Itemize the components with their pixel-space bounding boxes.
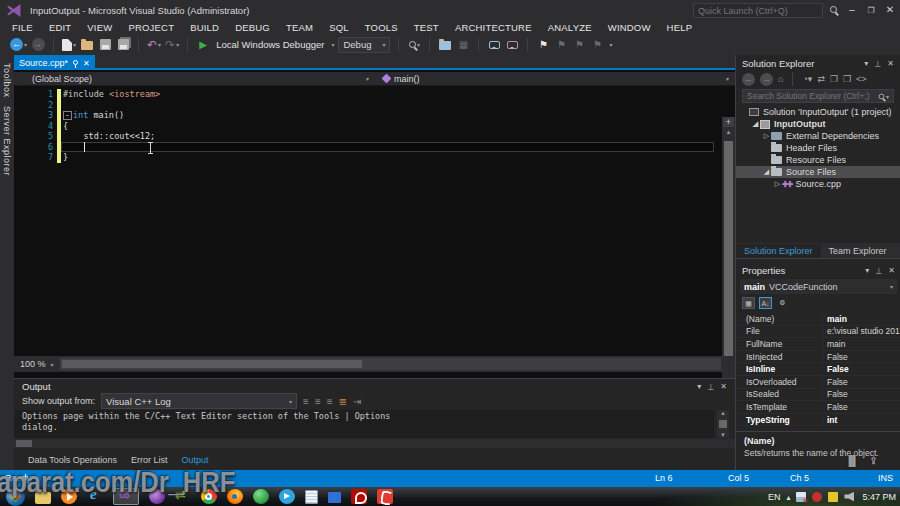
code-line-5[interactable]: 5 std::cout<<12; — [14, 131, 714, 142]
code-line-body[interactable]: std::cout<<12; — [61, 131, 714, 142]
property-value[interactable]: False — [822, 389, 900, 399]
property-row[interactable]: IsInjectedFalse — [736, 351, 900, 364]
side-tab-toolbox[interactable]: Toolbox — [2, 63, 12, 98]
code-line-body[interactable]: #include <iostream> — [61, 89, 714, 100]
taskbar-adobe-reader-icon[interactable] — [351, 489, 367, 504]
home-icon[interactable]: ⌂ — [778, 74, 783, 84]
selected-object-dropdown[interactable]: main VCCodeFunction ▾ — [740, 279, 897, 294]
find-in-files-button[interactable]: ▾ — [407, 37, 421, 53]
tree-item-resource-files[interactable]: Resource Files — [736, 154, 900, 166]
properties-window-icon[interactable]: ❐ — [830, 74, 838, 84]
taskbar-blue-app-icon[interactable] — [328, 492, 341, 503]
menu-edit[interactable]: EDIT — [41, 22, 79, 33]
property-row[interactable]: (Name)main — [736, 313, 900, 326]
debugger-target-label[interactable]: Local Windows Debugger — [216, 39, 324, 50]
code-line-6[interactable]: 6 — [14, 142, 714, 153]
view-code-icon[interactable]: <> — [856, 74, 867, 84]
solution-search-box[interactable]: ▾ — [742, 89, 894, 103]
tree-item-inputoutput[interactable]: ◢InputOutput — [736, 118, 900, 130]
categorized-view-icon[interactable]: ▦ — [742, 297, 755, 309]
action-center-flag-icon[interactable] — [796, 492, 806, 502]
output-source-dropdown[interactable]: Visual C++ Log▾ — [101, 393, 297, 409]
horizontal-scrollbar[interactable] — [60, 358, 721, 370]
menu-test[interactable]: TEST — [406, 22, 447, 33]
close-icon[interactable] — [887, 59, 894, 68]
code-line-1[interactable]: 1#include <iostream> — [14, 89, 714, 100]
taskbar-green-app-icon[interactable] — [253, 489, 269, 504]
property-row[interactable]: IsInlineFalse — [736, 363, 900, 376]
start-debugging-button[interactable] — [196, 37, 210, 53]
scrollbar-thumb[interactable] — [724, 141, 733, 371]
property-value[interactable]: False — [822, 352, 900, 362]
tray-expand-icon[interactable] — [786, 492, 790, 502]
code-line-body[interactable]: } — [61, 152, 714, 163]
close-icon[interactable] — [720, 382, 727, 391]
property-row[interactable]: IsSealedFalse — [736, 389, 900, 402]
panel-tab-solution-explorer[interactable]: Solution Explorer — [736, 244, 821, 258]
save-all-button[interactable] — [116, 37, 130, 53]
tree-item-header-files[interactable]: Header Files — [736, 142, 900, 154]
save-button[interactable] — [98, 37, 112, 53]
restore-button[interactable] — [862, 2, 880, 18]
sync-with-active-document-icon[interactable]: ⇄ — [817, 74, 825, 84]
toggle-word-wrap-icon[interactable]: ⇥ — [353, 396, 361, 407]
navigate-back-button[interactable]: ▾ — [10, 37, 27, 53]
property-row[interactable]: FullNamemain — [736, 338, 900, 351]
minimize-button[interactable] — [843, 2, 861, 18]
scope-dropdown[interactable]: (Global Scope) ▾ — [14, 72, 375, 85]
taskbar-notepad-icon[interactable] — [305, 490, 318, 504]
close-icon[interactable] — [888, 266, 895, 275]
tree-item-solution-inputoutput-1-project[interactable]: Solution 'InputOutput' (1 project) — [736, 106, 900, 118]
scrollbar-thumb[interactable] — [16, 440, 32, 447]
window-position-icon[interactable] — [697, 382, 701, 391]
pin-icon[interactable] — [707, 382, 714, 391]
property-row[interactable]: Filee:\visual studio 2012\ — [736, 326, 900, 339]
menu-help[interactable]: HELP — [659, 22, 701, 33]
property-row[interactable]: IsOverloadedFalse — [736, 376, 900, 389]
chevron-down-icon[interactable]: ▾ — [331, 41, 334, 48]
tree-item-external-dependencies[interactable]: ▷External Dependencies — [736, 130, 900, 142]
collapsed-arrow-icon[interactable]: ▷ — [773, 180, 782, 188]
property-value[interactable]: False — [822, 364, 900, 374]
code-line-body[interactable] — [61, 100, 714, 111]
attach-to-process-button[interactable] — [438, 37, 452, 53]
menu-project[interactable]: PROJECT — [120, 22, 182, 33]
scrollbar-thumb[interactable] — [719, 420, 727, 428]
split-editor-handle[interactable] — [723, 117, 734, 127]
member-dropdown[interactable]: main() ▾ — [375, 72, 735, 85]
taskbar-telegram-icon[interactable] — [279, 489, 295, 504]
menu-sql[interactable]: SQL — [321, 22, 357, 33]
menu-debug[interactable]: DEBUG — [227, 22, 278, 33]
remove-comment-button[interactable] — [505, 37, 519, 53]
pin-icon[interactable] — [874, 59, 881, 68]
redo-button[interactable]: ▾ — [165, 37, 179, 53]
menu-file[interactable]: FILE — [4, 22, 41, 33]
search-icon[interactable] — [830, 6, 837, 13]
add-comment-button[interactable] — [487, 37, 501, 53]
tree-item-source-cpp[interactable]: ▷Source.cpp — [736, 178, 900, 190]
menu-analyze[interactable]: ANALYZE — [540, 22, 600, 33]
code-line-body[interactable]: -int main() — [61, 110, 714, 121]
taskbar-red-app-icon[interactable] — [377, 489, 393, 504]
property-row[interactable]: IsTemplateFalse — [736, 401, 900, 414]
scroll-up-icon[interactable]: ▲ — [717, 410, 729, 416]
solution-configuration-dropdown[interactable]: Debug▾ — [338, 37, 390, 53]
panel-tab-output[interactable]: Output — [175, 453, 214, 467]
clear-all-icon[interactable]: ≣ — [339, 396, 347, 407]
code-line-4[interactable]: 4{ — [14, 121, 714, 132]
property-value[interactable]: e:\visual studio 2012\ — [822, 326, 900, 336]
alphabetical-sort-icon[interactable]: A↓ — [759, 297, 772, 309]
property-row[interactable]: TypeStringint — [736, 414, 900, 427]
close-button[interactable] — [881, 2, 899, 18]
new-file-button[interactable]: ▾ — [62, 37, 76, 53]
solution-search-input[interactable] — [747, 91, 878, 101]
navigate-forward-button[interactable] — [31, 37, 45, 53]
menu-window[interactable]: WINDOW — [600, 22, 659, 33]
menu-build[interactable]: BUILD — [182, 22, 227, 33]
property-value[interactable]: False — [822, 402, 900, 412]
side-tab-server-explorer[interactable]: Server Explorer — [2, 106, 12, 176]
menu-view[interactable]: VIEW — [79, 22, 120, 33]
code-line-3[interactable]: 3-int main() — [14, 110, 714, 121]
menu-architecture[interactable]: ARCHITECTURE — [447, 22, 540, 33]
pin-icon[interactable] — [875, 266, 882, 275]
